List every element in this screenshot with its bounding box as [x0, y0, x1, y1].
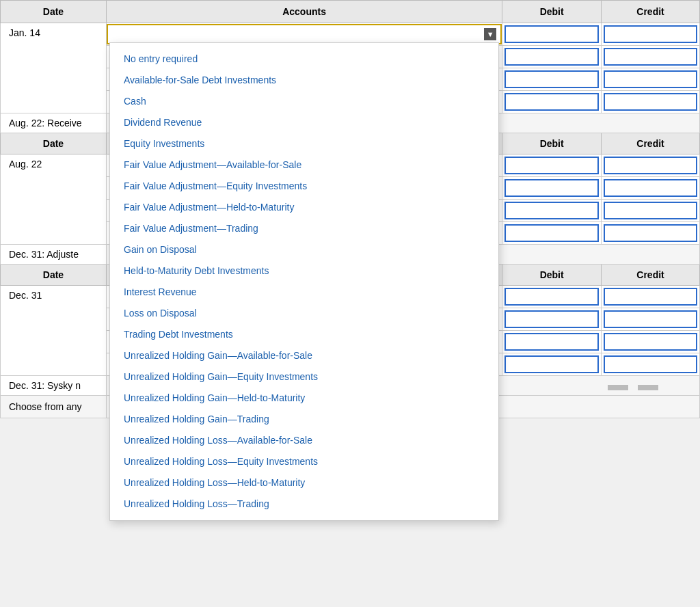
aug22-debit-input-3[interactable]	[504, 202, 599, 219]
dropdown-item-21[interactable]: Unrealized Holding Loss—Trading	[110, 494, 498, 515]
dropdown-item-1[interactable]: Available-for-Sale Debt Investments	[110, 70, 498, 91]
dropdown-item-11[interactable]: Interest Revenue	[110, 282, 498, 303]
dropdown-item-2[interactable]: Cash	[110, 91, 498, 112]
credit-input-2[interactable]	[604, 48, 697, 66]
aug22-debit-input-2[interactable]	[504, 179, 599, 197]
dec31-debit-input-2[interactable]	[504, 310, 599, 328]
aug22-debit-2[interactable]	[502, 177, 602, 200]
credit-cell-2[interactable]	[602, 46, 700, 68]
debit-input-1[interactable]	[504, 25, 599, 43]
dropdown-item-17[interactable]: Unrealized Holding Gain—Trading	[110, 409, 498, 430]
accounts-dropdown-menu[interactable]: No entry required Available-for-Sale Deb…	[109, 42, 499, 521]
dec31-debit-3[interactable]	[502, 331, 602, 353]
dropdown-item-0[interactable]: No entry required	[110, 49, 498, 70]
aug22-credit-input-4[interactable]	[604, 224, 697, 242]
dec31-debit-1[interactable]	[502, 286, 602, 308]
dec31-credit-1[interactable]	[602, 286, 700, 308]
dropdown-item-13[interactable]: Trading Debt Investments	[110, 324, 498, 345]
dec31-debit-2[interactable]	[502, 308, 602, 331]
dropdown-item-19[interactable]: Unrealized Holding Loss—Equity Investmen…	[110, 451, 498, 472]
header-debit: Debit	[502, 1, 602, 23]
aug22-credit-1[interactable]	[602, 154, 700, 177]
dropdown-item-7[interactable]: Fair Value Adjustment—Held-to-Maturity	[110, 197, 498, 218]
header-credit: Credit	[602, 1, 700, 23]
dropdown-item-3[interactable]: Dividend Revenue	[110, 112, 498, 133]
dropdown-item-18[interactable]: Unrealized Holding Loss—Available-for-Sa…	[110, 430, 498, 451]
date-aug22: Aug. 22	[1, 154, 107, 245]
credit-cell-3[interactable]	[602, 68, 700, 91]
aug22-debit-input-4[interactable]	[504, 224, 599, 242]
sub-header-debit-dec31: Debit	[502, 265, 602, 286]
debit-input-2[interactable]	[504, 48, 599, 66]
sub-header-credit-aug22: Credit	[602, 133, 700, 154]
debit-input-3[interactable]	[504, 70, 599, 88]
debit-input-cell[interactable]	[502, 23, 602, 46]
dropdown-item-8[interactable]: Fair Value Adjustment—Trading	[110, 218, 498, 239]
credit-input-cell[interactable]	[602, 23, 700, 46]
dec31-debit-input-1[interactable]	[504, 288, 599, 306]
debit-cell-4[interactable]	[502, 91, 602, 113]
aug22-debit-4[interactable]	[502, 222, 602, 245]
dec31-credit-3[interactable]	[602, 331, 700, 353]
dec31-debit-input-4[interactable]	[504, 355, 599, 373]
aug22-credit-3[interactable]	[602, 200, 700, 222]
aug22-debit-input-1[interactable]	[504, 157, 599, 174]
aug22-credit-4[interactable]	[602, 222, 700, 245]
credit-input-1[interactable]	[604, 25, 697, 43]
credit-cell-4[interactable]	[602, 91, 700, 113]
dec31-credit-2[interactable]	[602, 308, 700, 331]
dec31-sysky-label: Dec. 31: Sysky n	[1, 376, 107, 396]
dropdown-item-15[interactable]: Unrealized Holding Gain—Equity Investmen…	[110, 366, 498, 388]
dropdown-item-20[interactable]: Unrealized Holding Loss—Held-to-Maturity	[110, 472, 498, 494]
dropdown-item-16[interactable]: Unrealized Holding Gain—Held-to-Maturity	[110, 388, 498, 409]
dec31-credit-input-1[interactable]	[604, 288, 697, 306]
date-jan14: Jan. 14	[1, 23, 107, 113]
dec31-credit-input-2[interactable]	[604, 310, 697, 328]
dec31-debit-4[interactable]	[502, 353, 602, 376]
sub-header-debit-aug22: Debit	[502, 133, 602, 154]
sub-header-date-dec31: Date	[1, 265, 107, 286]
dropdown-item-12[interactable]: Loss on Disposal	[110, 303, 498, 324]
debit-cell-2[interactable]	[502, 46, 602, 68]
dropdown-item-5[interactable]: Fair Value Adjustment—Available-for-Sale	[110, 154, 498, 176]
date-dec31: Dec. 31	[1, 286, 107, 376]
sub-header-credit-dec31: Credit	[602, 265, 700, 286]
aug22-credit-input-3[interactable]	[604, 202, 697, 219]
aug22-credit-2[interactable]	[602, 177, 700, 200]
accounts-dropdown-trigger[interactable]: ▼	[107, 24, 502, 44]
aug22-credit-input-1[interactable]	[604, 157, 697, 174]
dec31-credit-input-3[interactable]	[604, 333, 697, 351]
dropdown-item-6[interactable]: Fair Value Adjustment—Equity Investments	[110, 176, 498, 197]
aug22-debit-3[interactable]	[502, 200, 602, 222]
dropdown-item-4[interactable]: Equity Investments	[110, 133, 498, 154]
debit-cell-3[interactable]	[502, 68, 602, 91]
credit-input-4[interactable]	[604, 93, 697, 111]
dropdown-arrow-icon[interactable]: ▼	[484, 28, 496, 40]
aug22-debit-1[interactable]	[502, 154, 602, 177]
credit-input-3[interactable]	[604, 70, 697, 88]
dec31-debit-input-3[interactable]	[504, 333, 599, 351]
dec31-credit-4[interactable]	[602, 353, 700, 376]
aug22-credit-input-2[interactable]	[604, 179, 697, 197]
sub-header-date-aug22: Date	[1, 133, 107, 154]
dec31-adj-label: Dec. 31: Adjuste	[1, 245, 107, 265]
header-accounts: Accounts	[106, 1, 502, 23]
dropdown-item-14[interactable]: Unrealized Holding Gain—Available-for-Sa…	[110, 345, 498, 366]
dec31-credit-input-4[interactable]	[604, 355, 697, 373]
debit-input-4[interactable]	[504, 93, 599, 111]
bottom-note-left: Choose from any	[1, 396, 107, 418]
scrollbar-indicator-2	[638, 385, 658, 390]
dropdown-item-10[interactable]: Held-to-Maturity Debt Investments	[110, 260, 498, 282]
scrollbar-indicator-1	[608, 385, 628, 390]
aug22-label: Aug. 22: Receive	[1, 113, 107, 133]
dropdown-item-9[interactable]: Gain on Disposal	[110, 239, 498, 260]
header-date: Date	[1, 1, 107, 23]
